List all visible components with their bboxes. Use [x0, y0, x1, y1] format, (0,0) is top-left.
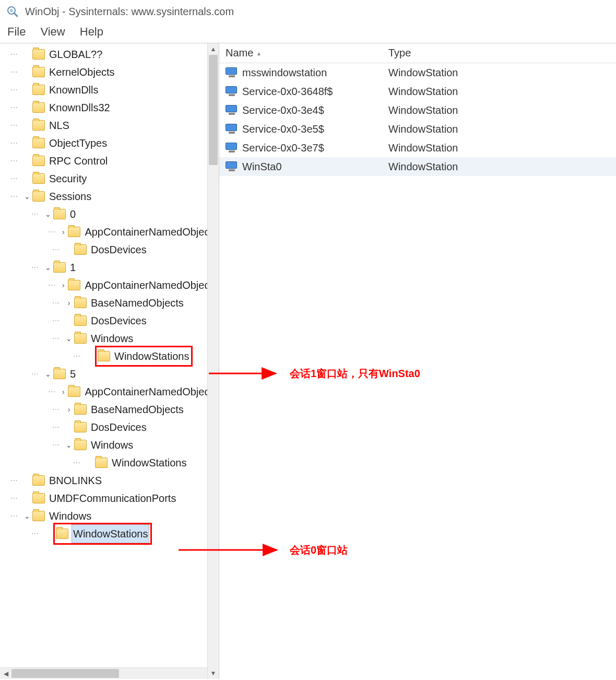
- scroll-up-icon[interactable]: ▲: [208, 43, 219, 55]
- tree-item[interactable]: ⋯›AppContainerNamedObjects: [0, 276, 219, 294]
- folder-icon: [74, 422, 87, 432]
- scroll-thumb[interactable]: [209, 55, 218, 165]
- expand-icon[interactable]: ›: [64, 401, 74, 418]
- collapse-icon[interactable]: ⌄: [64, 330, 74, 347]
- list-item-name: Service-0x0-3648f$: [242, 86, 333, 98]
- tree-connector-icon: ⋯: [48, 383, 58, 401]
- folder-icon: [74, 404, 87, 415]
- tree-item-label: RPC Control: [48, 152, 109, 170]
- tree-item[interactable]: ⋯KnownDlls32: [0, 99, 219, 116]
- list-item[interactable]: Service-0x0-3648f$WindowStation: [219, 82, 616, 101]
- tree-item[interactable]: ⋯WindowStations: [0, 525, 219, 543]
- tree-item[interactable]: ⋯WindowStations: [0, 454, 219, 472]
- window-station-icon: [226, 105, 238, 115]
- list-item[interactable]: msswindowstationWindowStation: [219, 63, 616, 82]
- folder-icon: [32, 138, 45, 148]
- tree-item-label: 1: [69, 259, 77, 276]
- tree-item-label: DosDevices: [90, 418, 148, 436]
- expand-icon[interactable]: ›: [58, 223, 68, 241]
- list-item[interactable]: Service-0x0-3e7$WindowStation: [219, 138, 616, 157]
- tree-item[interactable]: ⋯WindowStations: [0, 347, 219, 365]
- tree-connector-icon: ⋯: [10, 472, 22, 489]
- tree-item-label: GLOBAL??: [48, 45, 103, 63]
- tree-item[interactable]: ⋯⌄Windows: [0, 507, 219, 525]
- column-label: Name: [226, 47, 253, 59]
- folder-icon: [32, 475, 45, 486]
- collapse-icon[interactable]: ⌄: [43, 259, 53, 276]
- tree-item[interactable]: ⋯NLS: [0, 116, 219, 134]
- list-pane: Name ▴ Type msswindowstationWindowStatio…: [219, 43, 616, 679]
- tree-item[interactable]: ⋯GLOBAL??: [0, 45, 219, 63]
- tree-connector-icon: ⋯: [73, 454, 85, 472]
- title-bar: WinObj - Sysinternals: www.sysinternals.…: [0, 0, 616, 23]
- tree-item-label: NLS: [48, 116, 70, 134]
- menu-view[interactable]: View: [40, 25, 65, 39]
- scroll-track[interactable]: [208, 55, 219, 667]
- tree-item-label: Windows: [90, 330, 134, 347]
- tree-item[interactable]: ⋯BNOLINKS: [0, 472, 219, 489]
- scroll-track[interactable]: [11, 668, 207, 679]
- tree-item-label: ObjectTypes: [48, 134, 108, 152]
- tree-item[interactable]: ⋯KernelObjects: [0, 63, 219, 81]
- window-station-icon: [226, 143, 238, 153]
- tree-item[interactable]: ⋯⌄Windows: [0, 330, 219, 347]
- tree-item-label: UMDFCommunicationPorts: [48, 489, 177, 507]
- tree-connector-icon: ⋯: [52, 312, 64, 330]
- tree-item[interactable]: ⋯ObjectTypes: [0, 134, 219, 152]
- tree-item[interactable]: ⋯⌄Sessions: [0, 187, 219, 205]
- folder-icon: [32, 511, 45, 521]
- tree-item[interactable]: ⋯DosDevices: [0, 312, 219, 330]
- column-header-name[interactable]: Name ▴: [219, 47, 386, 59]
- collapse-icon[interactable]: ⌄: [22, 187, 32, 205]
- tree-item[interactable]: ⋯Security: [0, 170, 219, 187]
- tree-item[interactable]: ⋯⌄1: [0, 259, 219, 276]
- tree-connector-icon: ⋯: [52, 418, 64, 436]
- folder-icon: [32, 49, 45, 60]
- collapse-icon[interactable]: ⌄: [43, 205, 53, 223]
- tree-item[interactable]: ⋯›AppContainerNamedObjects: [0, 223, 219, 241]
- collapse-icon[interactable]: ⌄: [22, 507, 32, 525]
- scroll-down-icon[interactable]: ▼: [208, 667, 219, 679]
- scroll-left-icon[interactable]: ◀: [0, 668, 11, 679]
- collapse-icon[interactable]: ⌄: [64, 436, 74, 454]
- list-item-type: WindowStation: [386, 86, 616, 98]
- list-item[interactable]: Service-0x0-3e5$WindowStation: [219, 120, 616, 138]
- tree-item[interactable]: ⋯›BaseNamedObjects: [0, 294, 219, 312]
- collapse-icon[interactable]: ⌄: [43, 365, 53, 383]
- menu-file[interactable]: File: [7, 25, 26, 39]
- svg-point-2: [10, 9, 13, 12]
- list-item-name: Service-0x0-3e7$: [242, 142, 324, 154]
- tree-item[interactable]: ⋯›AppContainerNamedObjects: [0, 383, 219, 401]
- tree-horizontal-scrollbar[interactable]: ◀ ▶: [0, 667, 219, 679]
- tree-connector-icon: ⋯: [73, 347, 85, 365]
- expand-icon[interactable]: ›: [58, 276, 68, 294]
- tree-item[interactable]: ⋯DosDevices: [0, 418, 219, 436]
- column-label: Type: [388, 47, 411, 58]
- tree-item-label: AppContainerNamedObjects: [84, 383, 219, 401]
- folder-icon: [68, 386, 80, 397]
- column-header-type[interactable]: Type: [386, 47, 616, 59]
- tree-item[interactable]: ⋯UMDFCommunicationPorts: [0, 489, 219, 507]
- list-header[interactable]: Name ▴ Type: [219, 43, 616, 63]
- tree-item-label: BNOLINKS: [48, 472, 103, 489]
- tree-item[interactable]: ⋯KnownDlls: [0, 81, 219, 99]
- expand-icon[interactable]: ›: [64, 294, 74, 312]
- list-item[interactable]: WinSta0WindowStation: [219, 157, 616, 176]
- tree-item[interactable]: ⋯RPC Control: [0, 152, 219, 170]
- list-item-type: WindowStation: [386, 161, 616, 173]
- list-item-type: WindowStation: [386, 123, 616, 135]
- tree-connector-icon: ⋯: [48, 223, 58, 241]
- tree-item[interactable]: ⋯⌄5: [0, 365, 219, 383]
- tree-item[interactable]: ⋯⌄0: [0, 205, 219, 223]
- tree-item[interactable]: ⋯⌄Windows: [0, 436, 219, 454]
- tree-connector-icon: ⋯: [10, 45, 22, 63]
- tree-item[interactable]: ⋯DosDevices: [0, 241, 219, 259]
- scroll-thumb[interactable]: [11, 669, 119, 678]
- menu-help[interactable]: Help: [80, 25, 103, 39]
- folder-icon: [32, 120, 45, 131]
- list-item[interactable]: Service-0x0-3e4$WindowStation: [219, 101, 616, 120]
- tree-item[interactable]: ⋯›BaseNamedObjects: [0, 401, 219, 418]
- object-tree[interactable]: ⋯GLOBAL??⋯KernelObjects⋯KnownDlls⋯KnownD…: [0, 43, 219, 667]
- tree-vertical-scrollbar[interactable]: ▲ ▼: [207, 43, 219, 679]
- expand-icon[interactable]: ›: [58, 383, 68, 401]
